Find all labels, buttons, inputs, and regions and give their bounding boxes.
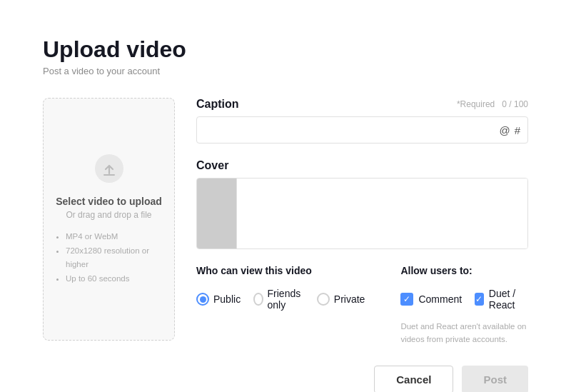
cover-section: Cover bbox=[196, 159, 528, 249]
radio-public[interactable]: Public bbox=[196, 293, 241, 306]
allow-block: Allow users to: ✓ Comment ✓ Duet / React… bbox=[400, 265, 528, 346]
radio-friends-outer bbox=[253, 293, 263, 306]
caption-label: Caption bbox=[196, 98, 239, 111]
radio-private[interactable]: Private bbox=[317, 293, 365, 306]
visibility-title: Who can view this video bbox=[196, 265, 365, 276]
caption-input[interactable] bbox=[197, 117, 499, 143]
cancel-button[interactable]: Cancel bbox=[374, 366, 453, 392]
visibility-section: Who can view this video Public Friends o… bbox=[196, 265, 528, 346]
checkbox-duet-label: Duet / React bbox=[489, 288, 528, 311]
visibility-radio-group: Public Friends only Private bbox=[196, 288, 365, 311]
radio-public-label: Public bbox=[213, 293, 241, 305]
allow-checkbox-group: ✓ Comment ✓ Duet / React bbox=[400, 288, 528, 311]
hash-icon[interactable]: # bbox=[515, 124, 520, 136]
radio-private-outer bbox=[317, 293, 330, 306]
caption-header: Caption *Required 0 / 100 bbox=[196, 98, 528, 111]
radio-friends-label: Friends only bbox=[268, 288, 304, 311]
at-icon[interactable]: @ bbox=[499, 124, 510, 136]
visibility-block: Who can view this video Public Friends o… bbox=[196, 265, 365, 311]
checkbox-duet-box: ✓ bbox=[475, 293, 484, 306]
checkbox-comment-box: ✓ bbox=[400, 293, 413, 306]
caption-icon-group: @ # bbox=[499, 124, 527, 136]
checkbox-comment[interactable]: ✓ Comment bbox=[400, 293, 462, 306]
caption-char-count: 0 / 100 bbox=[502, 99, 528, 109]
radio-private-label: Private bbox=[334, 293, 365, 305]
allow-note: Duet and React aren't available on video… bbox=[400, 321, 528, 346]
post-button[interactable]: Post bbox=[462, 366, 528, 392]
footer-actions: Cancel Post bbox=[196, 366, 528, 392]
page-title: Upload video bbox=[43, 36, 528, 63]
caption-input-wrapper: @ # bbox=[196, 116, 528, 144]
caption-required: *Required bbox=[457, 99, 495, 109]
upload-title: Select video to upload bbox=[56, 196, 162, 207]
form-area: Caption *Required 0 / 100 @ # bbox=[196, 98, 528, 392]
upload-icon bbox=[94, 153, 125, 187]
cover-thumbnail bbox=[197, 179, 237, 248]
upload-hint-2: 720x1280 resolution or higher bbox=[66, 244, 163, 272]
checkbox-comment-label: Comment bbox=[418, 293, 462, 305]
caption-meta: *Required 0 / 100 bbox=[457, 99, 528, 109]
upload-hint-3: Up to 60 seconds bbox=[66, 272, 163, 286]
caption-section: Caption *Required 0 / 100 @ # bbox=[196, 98, 528, 144]
radio-public-inner bbox=[200, 296, 206, 303]
radio-friends[interactable]: Friends only bbox=[253, 288, 304, 311]
checkbox-duet[interactable]: ✓ Duet / React bbox=[475, 288, 528, 311]
radio-public-outer bbox=[196, 293, 209, 306]
cover-label: Cover bbox=[196, 159, 528, 172]
page-subtitle: Post a video to your account bbox=[43, 66, 528, 76]
upload-dropzone[interactable]: Select video to upload Or drag and drop … bbox=[43, 98, 175, 341]
upload-or-text: Or drag and drop a file bbox=[66, 210, 151, 220]
cover-area[interactable] bbox=[196, 178, 528, 249]
allow-title: Allow users to: bbox=[400, 265, 528, 276]
upload-hints: MP4 or WebM 720x1280 resolution or highe… bbox=[54, 230, 163, 286]
upload-hint-1: MP4 or WebM bbox=[66, 230, 163, 244]
cover-rest bbox=[237, 179, 527, 248]
